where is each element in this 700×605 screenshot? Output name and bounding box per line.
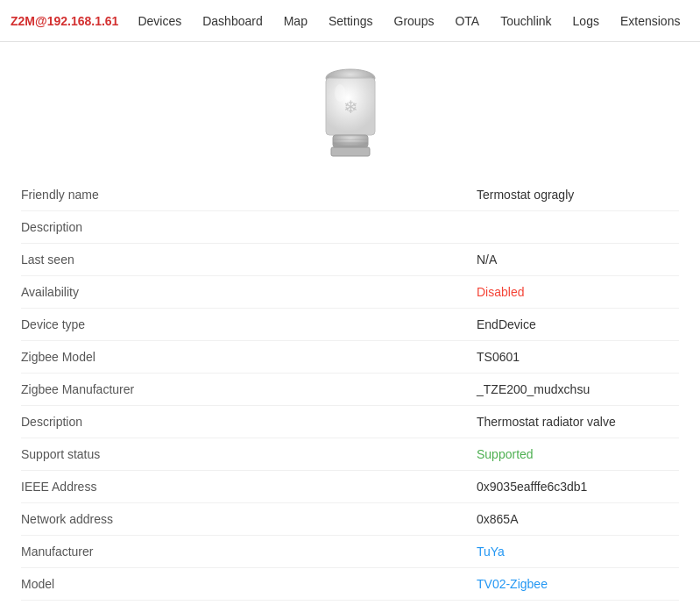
device-image-area: ❄	[21, 60, 679, 165]
info-row: Network address0x865A	[21, 503, 679, 536]
info-row: Description	[21, 211, 679, 244]
info-value: TuYa	[477, 544, 679, 559]
device-image: ❄	[302, 60, 399, 165]
nav-item-devices[interactable]: Devices	[129, 11, 190, 32]
nav-item-map[interactable]: Map	[275, 11, 316, 32]
info-value: Supported	[477, 447, 679, 461]
info-row: Zigbee ModelTS0601	[21, 341, 679, 374]
info-row: IEEE Address0x9035eafffe6c3db1	[21, 471, 679, 503]
info-row: ModelTV02-Zigbee	[21, 568, 679, 601]
info-label: Zigbee Manufacturer	[21, 382, 477, 396]
info-row: Support statusSupported	[21, 438, 679, 471]
nav-item-settings[interactable]: Settings	[320, 11, 382, 32]
info-value: TV02-Zigbee	[477, 577, 679, 591]
info-row: AvailabilityDisabled	[21, 276, 679, 309]
info-label: Last seen	[21, 253, 477, 267]
info-label: Network address	[21, 512, 477, 526]
info-value: TS0601	[477, 350, 679, 364]
navbar: Z2M@192.168.1.61 Devices Dashboard Map S…	[0, 0, 700, 42]
info-value: EndDevice	[477, 317, 679, 331]
info-label: Device type	[21, 317, 477, 331]
info-value: 0x9035eafffe6c3db1	[477, 480, 679, 494]
info-row: DescriptionThermostat radiator valve	[21, 406, 679, 438]
nav-item-ota[interactable]: OTA	[446, 11, 488, 32]
nav-item-extensions[interactable]: Extensions	[612, 11, 689, 32]
info-row: Device typeEndDevice	[21, 309, 679, 341]
info-value: 0x865A	[477, 512, 679, 526]
page-content: ❄ Friendly nameTermostat ograglyDescript…	[0, 42, 700, 605]
info-label: Model	[21, 577, 477, 591]
device-info-table: Friendly nameTermostat ograglyDescriptio…	[21, 179, 679, 605]
info-value: Disabled	[477, 285, 679, 299]
svg-rect-6	[331, 147, 370, 156]
info-label: Manufacturer	[21, 544, 477, 559]
info-row: Last seenN/A	[21, 244, 679, 276]
info-value: _TZE200_mudxchsu	[477, 382, 679, 396]
svg-text:❄: ❄	[343, 97, 357, 117]
info-label: Zigbee Model	[21, 350, 477, 364]
info-label: Support status	[21, 447, 477, 461]
info-label: IEEE Address	[21, 480, 477, 494]
nav-item-touchlink[interactable]: Touchlink	[491, 11, 560, 32]
nav-item-groups[interactable]: Groups	[385, 11, 443, 32]
info-label: Availability	[21, 285, 477, 299]
info-row: ManufacturerTuYa	[21, 536, 679, 568]
info-value: Thermostat radiator valve	[477, 415, 679, 429]
svg-point-8	[335, 84, 345, 102]
info-label: Description	[21, 220, 477, 234]
svg-rect-3	[333, 135, 368, 147]
info-row: PowerBattery🔋	[21, 601, 679, 605]
info-row: Zigbee Manufacturer_TZE200_mudxchsu	[21, 374, 679, 406]
info-row: Friendly nameTermostat ogragly	[21, 179, 679, 211]
nav-item-dashboard[interactable]: Dashboard	[194, 11, 272, 32]
nav-brand[interactable]: Z2M@192.168.1.61	[11, 14, 118, 28]
info-label: Friendly name	[21, 188, 477, 202]
info-value: N/A	[477, 253, 679, 267]
info-value: Termostat ogragly	[477, 188, 679, 202]
nav-item-logs[interactable]: Logs	[564, 11, 608, 32]
info-label: Description	[21, 415, 477, 429]
